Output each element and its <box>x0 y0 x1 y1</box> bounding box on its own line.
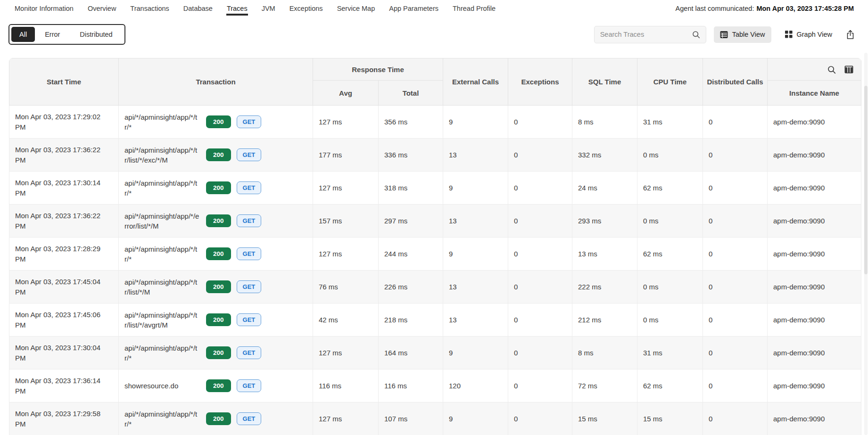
status-code-badge: 200 <box>206 379 231 392</box>
trace-row[interactable]: Mon Apr 03, 2023 17:30:04 PM api/*/apmin… <box>9 337 861 369</box>
col-header-total: Total <box>379 81 443 106</box>
search-input[interactable] <box>600 31 692 38</box>
transaction-name: api/*/apminsight/app/*/tr/* <box>124 409 200 429</box>
cell-cpu-time: 0 ms <box>637 205 703 238</box>
cell-distributed-calls: 0 <box>703 304 768 337</box>
nav-tab-overview[interactable]: Overview <box>87 0 116 16</box>
search-box[interactable] <box>594 26 706 43</box>
trace-row[interactable]: Mon Apr 03, 2023 17:36:14 PM showresourc… <box>9 369 861 402</box>
cell-external-calls: 9 <box>443 106 508 139</box>
cell-cpu-time: 31 ms <box>637 106 703 139</box>
cell-cpu-time: 0 ms <box>637 271 703 304</box>
cell-transaction: api/*/apminsight/app/*/tr/list/*/avgrt/M… <box>119 304 313 337</box>
cell-sql-time: 222 ms <box>572 271 637 304</box>
cell-transaction: api/*/apminsight/app/*/tr/* 200 GET <box>119 106 313 139</box>
cell-exceptions: 0 <box>508 271 572 304</box>
transaction-name: api/*/apminsight/app/*/tr/* <box>124 178 200 198</box>
cell-distributed-calls: 0 <box>703 106 768 139</box>
trace-row[interactable]: Mon Apr 03, 2023 17:29:02 PM api/*/apmin… <box>9 106 861 139</box>
cell-sql-time: 24 ms <box>572 172 637 205</box>
table-search-icon[interactable] <box>827 66 836 74</box>
http-method-badge: GET <box>237 181 262 194</box>
search-icon[interactable] <box>692 31 700 39</box>
cell-exceptions: 0 <box>508 337 572 369</box>
cell-avg-response: 42 ms <box>313 304 379 337</box>
transaction-name: showresource.do <box>124 381 200 391</box>
graph-view-button[interactable]: Graph View <box>779 26 839 42</box>
cell-instance-name: apm-demo:9090 <box>768 106 861 139</box>
col-header-exceptions: Exceptions <box>508 58 572 106</box>
graph-view-label: Graph View <box>797 31 833 38</box>
cell-cpu-time: 0 ms <box>637 139 703 172</box>
cell-external-calls: 9 <box>443 402 508 435</box>
cell-total-response: 164 ms <box>379 337 443 369</box>
cell-transaction: api/*/apminsight/app/*/tr/list/*/M 200 G… <box>119 271 313 304</box>
http-method-badge: GET <box>237 346 262 359</box>
cell-cpu-time: 62 ms <box>637 369 703 402</box>
cell-cpu-time: 62 ms <box>637 172 703 205</box>
cell-distributed-calls: 0 <box>703 271 768 304</box>
cell-total-response: 318 ms <box>379 172 443 205</box>
traces-toolbar: AllErrorDistributed Table View Graph Vie… <box>0 18 868 45</box>
cell-total-response: 226 ms <box>379 271 443 304</box>
trace-row[interactable]: Mon Apr 03, 2023 17:29:58 PM api/*/apmin… <box>9 402 861 435</box>
filter-distributed[interactable]: Distributed <box>70 27 122 42</box>
cell-avg-response: 177 ms <box>313 139 379 172</box>
cell-avg-response: 116 ms <box>313 369 379 402</box>
cell-instance-name: apm-demo:9090 <box>768 205 861 238</box>
nav-tab-monitor-information[interactable]: Monitor Information <box>14 0 74 16</box>
cell-cpu-time: 62 ms <box>637 238 703 271</box>
cell-start-time: Mon Apr 03, 2023 17:30:14 PM <box>9 172 119 205</box>
cell-distributed-calls: 0 <box>703 238 768 271</box>
status-code-badge: 200 <box>206 115 231 128</box>
filter-all[interactable]: All <box>11 27 35 42</box>
status-code-badge: 200 <box>206 346 231 359</box>
filter-error[interactable]: Error <box>35 27 70 42</box>
trace-row[interactable]: Mon Apr 03, 2023 17:45:04 PM api/*/apmin… <box>9 271 861 304</box>
cell-avg-response: 157 ms <box>313 205 379 238</box>
nav-tab-transactions[interactable]: Transactions <box>130 0 169 16</box>
nav-tab-app-parameters[interactable]: App Parameters <box>389 0 439 16</box>
cell-instance-name: apm-demo:9090 <box>768 402 861 435</box>
table-view-button[interactable]: Table View <box>714 26 771 43</box>
cell-distributed-calls: 0 <box>703 205 768 238</box>
cell-exceptions: 0 <box>508 172 572 205</box>
cell-total-response: 244 ms <box>379 238 443 271</box>
cell-instance-name: apm-demo:9090 <box>768 172 861 205</box>
nav-tab-jvm[interactable]: JVM <box>261 0 276 16</box>
http-method-badge: GET <box>237 379 262 392</box>
nav-tab-service-map[interactable]: Service Map <box>337 0 376 16</box>
nav-tab-database[interactable]: Database <box>183 0 213 16</box>
export-share-button[interactable] <box>846 30 855 40</box>
transaction-name: api/*/apminsight/app/*/error/list/*/M <box>124 211 200 231</box>
traces-table: Start Time Transaction Response Time Ext… <box>9 58 861 435</box>
cell-cpu-time: 0 ms <box>637 304 703 337</box>
cell-total-response: 356 ms <box>379 106 443 139</box>
cell-distributed-calls: 0 <box>703 369 768 402</box>
nav-tab-exceptions[interactable]: Exceptions <box>289 0 323 16</box>
table-list-icon <box>720 31 728 39</box>
trace-row[interactable]: Mon Apr 03, 2023 17:36:22 PM api/*/apmin… <box>9 205 861 238</box>
trace-row[interactable]: Mon Apr 03, 2023 17:30:14 PM api/*/apmin… <box>9 172 861 205</box>
cell-total-response: 116 ms <box>379 369 443 402</box>
vertical-scrollbar-thumb[interactable] <box>864 86 868 274</box>
cell-cpu-time: 31 ms <box>637 337 703 369</box>
cell-distributed-calls: 0 <box>703 402 768 435</box>
cell-start-time: Mon Apr 03, 2023 17:45:04 PM <box>9 271 119 304</box>
cell-transaction: api/*/apminsight/app/*/tr/list/*/exc/*/M… <box>119 139 313 172</box>
trace-row[interactable]: Mon Apr 03, 2023 17:28:29 PM api/*/apmin… <box>9 238 861 271</box>
cell-instance-name: apm-demo:9090 <box>768 238 861 271</box>
status-code-badge: 200 <box>206 181 231 194</box>
toolbar-right: Table View Graph View <box>594 26 855 43</box>
cell-exceptions: 0 <box>508 238 572 271</box>
nav-tab-thread-profile[interactable]: Thread Profile <box>452 0 496 16</box>
trace-row[interactable]: Mon Apr 03, 2023 17:36:22 PM api/*/apmin… <box>9 139 861 172</box>
column-chooser-icon[interactable] <box>844 66 853 74</box>
agent-label: Agent last communicated: <box>676 5 754 12</box>
nav-tab-traces[interactable]: Traces <box>226 0 248 16</box>
http-method-badge: GET <box>237 214 262 227</box>
nav-tabs: Monitor InformationOverviewTransactionsD… <box>14 0 496 16</box>
vertical-scrollbar <box>864 53 868 435</box>
trace-row[interactable]: Mon Apr 03, 2023 17:45:06 PM api/*/apmin… <box>9 304 861 337</box>
cell-exceptions: 0 <box>508 369 572 402</box>
